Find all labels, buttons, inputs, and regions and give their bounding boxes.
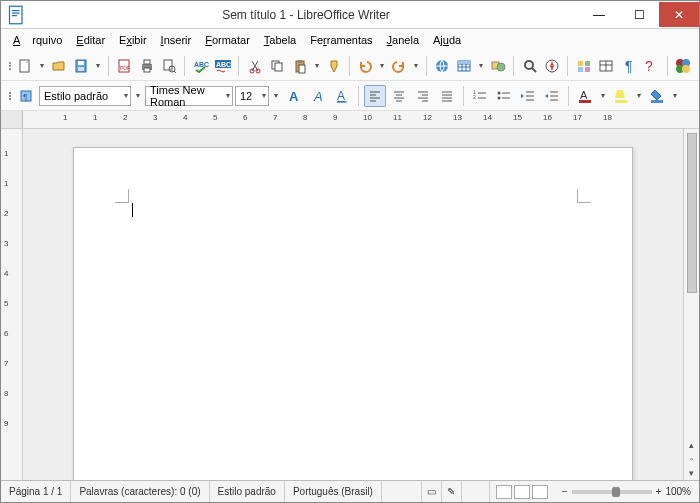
paragraph-style-combo[interactable]: Estilo padrão▾ (39, 86, 131, 106)
status-language[interactable]: Português (Brasil) (285, 481, 382, 502)
highlight-button[interactable] (610, 85, 632, 107)
undo-button[interactable] (355, 55, 376, 77)
copy-button[interactable] (267, 55, 288, 77)
svg-text:A: A (313, 89, 323, 104)
toolbar-grip[interactable] (7, 62, 13, 70)
align-right-button[interactable] (412, 85, 434, 107)
menu-file[interactable]: Arquivo (7, 32, 68, 48)
numbered-list-button[interactable]: 12 (469, 85, 491, 107)
svg-rect-6 (78, 61, 84, 65)
data-sources-button[interactable] (596, 55, 617, 77)
menu-edit[interactable]: Editar (70, 32, 111, 48)
size-dropdown[interactable]: ▾ (271, 91, 281, 100)
format-paintbrush-button[interactable] (323, 55, 344, 77)
undo-dropdown[interactable]: ▾ (377, 61, 386, 70)
new-doc-dropdown[interactable]: ▾ (37, 61, 46, 70)
svg-rect-1 (12, 10, 20, 11)
align-justify-button[interactable] (436, 85, 458, 107)
menu-tools[interactable]: Ferramentas (304, 32, 378, 48)
page[interactable] (73, 147, 633, 480)
new-doc-button[interactable] (15, 55, 36, 77)
increase-indent-button[interactable] (517, 85, 539, 107)
document-area[interactable] (23, 129, 683, 480)
close-button[interactable]: ✕ (659, 2, 699, 27)
background-color-dropdown[interactable]: ▾ (670, 91, 680, 100)
menu-table[interactable]: Tabela (258, 32, 302, 48)
bullet-list-button[interactable] (493, 85, 515, 107)
zoom-slider[interactable] (572, 490, 652, 494)
svg-rect-25 (298, 60, 302, 63)
autospellcheck-button[interactable]: ABCABC (213, 55, 234, 77)
prev-page-icon[interactable]: ▴ (685, 438, 699, 452)
vertical-ruler[interactable]: 1123456789 (1, 129, 23, 480)
navigator-button[interactable] (542, 55, 563, 77)
status-words[interactable]: Palavras (caracteres): 0 (0) (71, 481, 209, 502)
print-preview-button[interactable] (159, 55, 180, 77)
svg-rect-3 (12, 15, 17, 16)
svg-text:A: A (580, 89, 588, 101)
svg-rect-26 (299, 65, 305, 73)
help-button[interactable] (673, 55, 694, 77)
menu-help[interactable]: Ajuda (427, 32, 467, 48)
status-insert-mode[interactable] (382, 481, 422, 502)
hyperlink-button[interactable] (431, 55, 452, 77)
align-center-button[interactable] (388, 85, 410, 107)
view-single-page-button[interactable] (496, 485, 512, 499)
menu-format[interactable]: Formatar (199, 32, 256, 48)
view-multi-page-button[interactable] (514, 485, 530, 499)
italic-button[interactable]: A (307, 85, 329, 107)
status-selection-mode[interactable]: ▭ (422, 481, 442, 502)
gallery-button[interactable] (573, 55, 594, 77)
bold-button[interactable]: A (283, 85, 305, 107)
font-size-combo[interactable]: 12▾ (235, 86, 269, 106)
menu-window[interactable]: Janela (381, 32, 425, 48)
table-dropdown[interactable]: ▾ (477, 61, 486, 70)
paste-dropdown[interactable]: ▾ (312, 61, 321, 70)
print-button[interactable] (136, 55, 157, 77)
background-color-button[interactable] (646, 85, 668, 107)
save-button[interactable] (71, 55, 92, 77)
view-book-button[interactable] (532, 485, 548, 499)
zoom-level[interactable]: 100% (665, 486, 691, 497)
paste-button[interactable] (290, 55, 311, 77)
highlight-dropdown[interactable]: ▾ (634, 91, 644, 100)
styles-button[interactable]: ¶ (15, 85, 37, 107)
zoom-out-icon[interactable]: − (562, 486, 568, 497)
table-button[interactable] (454, 55, 475, 77)
cut-button[interactable] (244, 55, 265, 77)
decrease-indent-button[interactable] (541, 85, 563, 107)
style-dropdown[interactable]: ▾ (133, 91, 143, 100)
status-signature[interactable]: ✎ (442, 481, 462, 502)
vertical-scrollbar[interactable]: ▴ ◦ ▾ (683, 129, 699, 480)
next-page-icon[interactable]: ▾ (685, 466, 699, 480)
zoom-in-icon[interactable]: + (656, 486, 662, 497)
font-name-combo[interactable]: Times New Roman▾ (145, 86, 233, 106)
horizontal-ruler[interactable]: 1123456789101112131415161718 (1, 111, 699, 129)
show-draw-functions-button[interactable] (488, 55, 509, 77)
align-left-button[interactable] (364, 85, 386, 107)
save-dropdown[interactable]: ▾ (94, 61, 103, 70)
nonprinting-chars-button[interactable]: ¶ (619, 55, 640, 77)
font-color-button[interactable]: A (574, 85, 596, 107)
svg-text:ABC: ABC (216, 61, 231, 68)
toolbar-grip[interactable] (7, 92, 13, 100)
nav-target-icon[interactable]: ◦ (685, 452, 699, 466)
svg-marker-39 (550, 61, 554, 71)
find-replace-button[interactable] (519, 55, 540, 77)
scroll-thumb[interactable] (687, 133, 697, 293)
svg-rect-23 (275, 63, 282, 71)
status-page[interactable]: Página 1 / 1 (1, 481, 71, 502)
open-button[interactable] (48, 55, 69, 77)
maximize-button[interactable]: ☐ (619, 2, 659, 27)
redo-dropdown[interactable]: ▾ (411, 61, 420, 70)
font-color-dropdown[interactable]: ▾ (598, 91, 608, 100)
zoom-button[interactable]: ? (641, 55, 662, 77)
menu-insert[interactable]: Inserir (155, 32, 198, 48)
redo-button[interactable] (389, 55, 410, 77)
minimize-button[interactable]: — (579, 2, 619, 27)
underline-button[interactable]: A (331, 85, 353, 107)
status-style[interactable]: Estilo padrão (210, 481, 285, 502)
spellcheck-button[interactable]: ABC (190, 55, 211, 77)
menu-view[interactable]: Exibir (113, 32, 153, 48)
export-pdf-button[interactable]: PDF (114, 55, 135, 77)
